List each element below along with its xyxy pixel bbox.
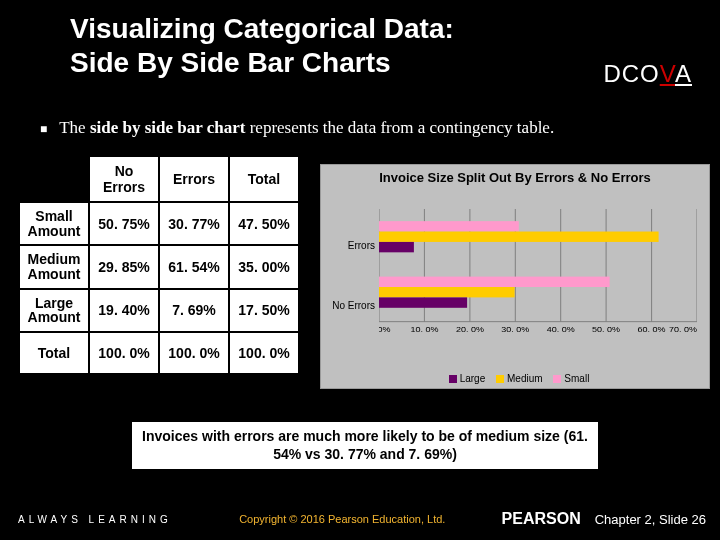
bar-errors-medium [379, 232, 659, 242]
bar-errors-large [379, 242, 414, 252]
cell: 50. 75% [89, 202, 159, 245]
chart-panel: Invoice Size Split Out By Errors & No Er… [320, 164, 710, 389]
chart-plot: 0. 0% 10. 0% 20. 0% 30. 0% 40. 0% 50. 0%… [379, 209, 697, 339]
legend-swatch-small [553, 375, 561, 383]
row-label: Medium Amount [19, 245, 89, 288]
svg-text:40. 0%: 40. 0% [547, 325, 576, 334]
row-label: Large Amount [19, 289, 89, 332]
cell: 47. 50% [229, 202, 299, 245]
legend-label: Large [460, 373, 486, 384]
x-axis-ticks: 0. 0% 10. 0% 20. 0% 30. 0% 40. 0% 50. 0%… [379, 325, 697, 334]
slide-number: Chapter 2, Slide 26 [595, 512, 706, 527]
table-corner [19, 156, 89, 202]
footer: ALWAYS LEARNING Copyright © 2016 Pearson… [0, 498, 720, 540]
legend-label: Medium [507, 373, 543, 384]
callout-box: Invoices with errors are much more likel… [130, 420, 600, 471]
dcova-o: O [640, 60, 660, 87]
bar-group-errors [379, 221, 659, 252]
cell: 100. 0% [89, 332, 159, 374]
cell: 61. 54% [159, 245, 229, 288]
y-category-label: No Errors [323, 300, 375, 311]
dcova-a: A [675, 60, 692, 87]
cell: 100. 0% [159, 332, 229, 374]
svg-text:30. 0%: 30. 0% [501, 325, 530, 334]
bar-noerrors-medium [379, 287, 515, 297]
bullet-pre: The [59, 118, 90, 137]
table-row: Medium Amount 29. 85% 61. 54% 35. 00% [19, 245, 299, 288]
table-row: Total 100. 0% 100. 0% 100. 0% [19, 332, 299, 374]
svg-text:20. 0%: 20. 0% [456, 325, 485, 334]
title-line-1: Visualizing Categorical Data: [70, 13, 454, 44]
svg-text:60. 0%: 60. 0% [638, 325, 667, 334]
title-line-2: Side By Side Bar Charts [70, 47, 391, 78]
bar-group-noerrors [379, 277, 610, 308]
chart-title: Invoice Size Split Out By Errors & No Er… [321, 171, 709, 186]
dcova-badge: DCOVA [603, 60, 692, 88]
svg-text:10. 0%: 10. 0% [410, 325, 439, 334]
col-header: Errors [159, 156, 229, 202]
cell: 17. 50% [229, 289, 299, 332]
legend-swatch-medium [496, 375, 504, 383]
bar-errors-small [379, 221, 519, 231]
cell: 35. 00% [229, 245, 299, 288]
cell: 19. 40% [89, 289, 159, 332]
bar-noerrors-small [379, 277, 610, 287]
bullet-text: ■ The side by side bar chart represents … [40, 118, 554, 138]
chart-legend: Large Medium Small [321, 373, 709, 384]
dcova-c: C [622, 60, 640, 87]
always-learning: ALWAYS LEARNING [18, 514, 183, 525]
cell: 29. 85% [89, 245, 159, 288]
contingency-table: No Errors Errors Total Small Amount 50. … [18, 155, 300, 375]
y-category-label: Errors [323, 240, 375, 251]
legend-label: Small [564, 373, 589, 384]
col-header: Total [229, 156, 299, 202]
copyright: Copyright © 2016 Pearson Education, Ltd. [183, 513, 502, 525]
col-header: No Errors [89, 156, 159, 202]
bullet-bold: side by side bar chart [90, 118, 250, 137]
dcova-v: V [660, 60, 675, 87]
cell: 100. 0% [229, 332, 299, 374]
row-label: Total [19, 332, 89, 374]
row-label: Small Amount [19, 202, 89, 245]
bar-noerrors-large [379, 297, 467, 307]
bullet-icon: ■ [40, 122, 47, 136]
table-header-row: No Errors Errors Total [19, 156, 299, 202]
table-row: Small Amount 50. 75% 30. 77% 47. 50% [19, 202, 299, 245]
cell: 30. 77% [159, 202, 229, 245]
table-row: Large Amount 19. 40% 7. 69% 17. 50% [19, 289, 299, 332]
pearson-logo: PEARSON [502, 510, 581, 528]
svg-text:70. 0%: 70. 0% [669, 325, 697, 334]
cell: 7. 69% [159, 289, 229, 332]
svg-text:0. 0%: 0. 0% [379, 325, 391, 334]
legend-swatch-large [449, 375, 457, 383]
svg-text:50. 0%: 50. 0% [592, 325, 621, 334]
bullet-post: represents the data from a contingency t… [250, 118, 554, 137]
dcova-d: D [603, 60, 621, 87]
page-title: Visualizing Categorical Data: Side By Si… [70, 12, 570, 79]
